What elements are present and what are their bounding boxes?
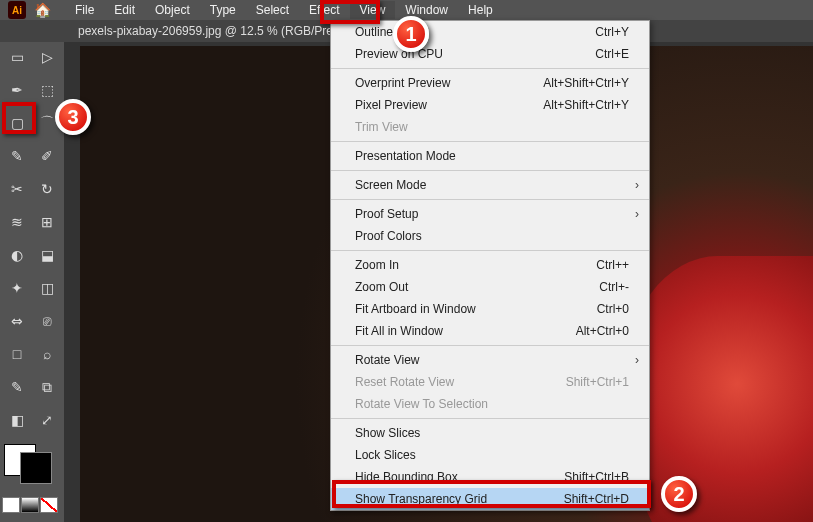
menu-view[interactable]: View [350, 1, 396, 19]
menuitem-rotate-view[interactable]: Rotate View [331, 349, 649, 371]
menuitem-lock-slices[interactable]: Lock Slices [331, 444, 649, 466]
tool-r7[interactable]: ◫ [34, 276, 60, 300]
menuitem-label: Presentation Mode [355, 149, 456, 163]
tool-l7[interactable]: ✦ [4, 276, 30, 300]
tool-r10[interactable]: ⧉ [34, 375, 60, 399]
tool-l2[interactable]: ▢ [4, 111, 30, 135]
menu-separator [331, 418, 649, 419]
view-menu: OutlineCtrl+YPreview on CPUCtrl+EOverpri… [330, 20, 650, 511]
callout-badge-3: 3 [55, 99, 91, 135]
document-tab[interactable]: pexels-pixabay-206959.jpg @ 12.5 % (RGB/… [78, 24, 361, 38]
menu-edit[interactable]: Edit [104, 1, 145, 19]
menuitem-shortcut: Shift+Ctrl+D [564, 492, 629, 506]
menuitem-screen-mode[interactable]: Screen Mode [331, 174, 649, 196]
menuitem-zoom-in[interactable]: Zoom InCtrl++ [331, 254, 649, 276]
menuitem-overprint-preview[interactable]: Overprint PreviewAlt+Shift+Ctrl+Y [331, 72, 649, 94]
menu-separator [331, 250, 649, 251]
menu-object[interactable]: Object [145, 1, 200, 19]
tool-l11[interactable]: ◧ [4, 408, 30, 432]
tool-l3[interactable]: ✎ [4, 144, 30, 168]
menuitem-label: Zoom In [355, 258, 399, 272]
menuitem-label: Proof Colors [355, 229, 422, 243]
tool-r4[interactable]: ↻ [34, 177, 60, 201]
menuitem-show-transparency-grid[interactable]: Show Transparency GridShift+Ctrl+D [331, 488, 649, 510]
menuitem-label: Proof Setup [355, 207, 418, 221]
tool-r9[interactable]: ⌕ [34, 342, 60, 366]
menuitem-label: Fit Artboard in Window [355, 302, 476, 316]
menu-separator [331, 170, 649, 171]
menu-file[interactable]: File [65, 1, 104, 19]
menu-help[interactable]: Help [458, 1, 503, 19]
menu-effect[interactable]: Effect [299, 1, 349, 19]
menuitem-label: Reset Rotate View [355, 375, 454, 389]
menu-separator [331, 199, 649, 200]
menuitem-zoom-out[interactable]: Zoom OutCtrl+- [331, 276, 649, 298]
app-icon: Ai [8, 1, 26, 19]
menuitem-pixel-preview[interactable]: Pixel PreviewAlt+Shift+Ctrl+Y [331, 94, 649, 116]
menuitem-shortcut: Shift+Ctrl+B [564, 470, 629, 484]
menuitem-label: Screen Mode [355, 178, 426, 192]
tool-r6[interactable]: ⬓ [34, 243, 60, 267]
menuitem-label: Zoom Out [355, 280, 408, 294]
menuitem-label: Outline [355, 25, 393, 39]
tool-r5[interactable]: ⊞ [34, 210, 60, 234]
tool-l6[interactable]: ◐ [4, 243, 30, 267]
menuitem-shortcut: Ctrl+E [595, 47, 629, 61]
menuitem-shortcut: Alt+Shift+Ctrl+Y [543, 76, 629, 90]
menuitem-label: Hide Bounding Box [355, 470, 458, 484]
tool-l1[interactable]: ✒ [4, 78, 30, 102]
menu-separator [331, 345, 649, 346]
tool-l5[interactable]: ≋ [4, 210, 30, 234]
menuitem-hide-bounding-box[interactable]: Hide Bounding BoxShift+Ctrl+B [331, 466, 649, 488]
menuitem-outline[interactable]: OutlineCtrl+Y [331, 21, 649, 43]
menuitem-label: Overprint Preview [355, 76, 450, 90]
menuitem-preview-on-cpu[interactable]: Preview on CPUCtrl+E [331, 43, 649, 65]
menuitem-label: Lock Slices [355, 448, 416, 462]
menuitem-reset-rotate-view: Reset Rotate ViewShift+Ctrl+1 [331, 371, 649, 393]
color-none[interactable] [40, 497, 58, 513]
menuitem-shortcut: Ctrl+0 [597, 302, 629, 316]
menuitem-proof-setup[interactable]: Proof Setup [331, 203, 649, 225]
menu-separator [331, 141, 649, 142]
menuitem-label: Preview on CPU [355, 47, 443, 61]
color-gradient[interactable] [21, 497, 39, 513]
menuitem-rotate-view-to-selection: Rotate View To Selection [331, 393, 649, 415]
callout-badge-1: 1 [393, 16, 429, 52]
menu-separator [331, 68, 649, 69]
tool-l0[interactable]: ▭ [4, 45, 30, 69]
menuitem-label: Pixel Preview [355, 98, 427, 112]
menuitem-presentation-mode[interactable]: Presentation Mode [331, 145, 649, 167]
tool-l8[interactable]: ⇔ [4, 309, 30, 333]
menuitem-shortcut: Ctrl++ [596, 258, 629, 272]
menuitem-shortcut: Ctrl+Y [595, 25, 629, 39]
tool-r11[interactable]: ⤢ [34, 408, 60, 432]
tool-r0[interactable]: ▷ [34, 45, 60, 69]
menuitem-label: Rotate View [355, 353, 419, 367]
tool-l9[interactable]: □ [4, 342, 30, 366]
menuitem-show-slices[interactable]: Show Slices [331, 422, 649, 444]
home-icon[interactable]: 🏠 [34, 2, 51, 18]
tool-r8[interactable]: ⎚ [34, 309, 60, 333]
tool-l4[interactable]: ✂ [4, 177, 30, 201]
menuitem-shortcut: Alt+Shift+Ctrl+Y [543, 98, 629, 112]
callout-badge-2: 2 [661, 476, 697, 512]
menuitem-shortcut: Shift+Ctrl+1 [566, 375, 629, 389]
fill-stroke-swatch[interactable] [2, 440, 60, 488]
tool-r1[interactable]: ⬚ [34, 78, 60, 102]
menu-select[interactable]: Select [246, 1, 299, 19]
menuitem-fit-all-in-window[interactable]: Fit All in WindowAlt+Ctrl+0 [331, 320, 649, 342]
stroke-swatch[interactable] [20, 452, 52, 484]
menu-type[interactable]: Type [200, 1, 246, 19]
menuitem-label: Show Transparency Grid [355, 492, 487, 506]
color-mode-row [2, 497, 60, 520]
tool-l10[interactable]: ✎ [4, 375, 30, 399]
tool-r3[interactable]: ✐ [34, 144, 60, 168]
menuitem-proof-colors[interactable]: Proof Colors [331, 225, 649, 247]
apple-subject [623, 256, 813, 522]
menuitem-trim-view: Trim View [331, 116, 649, 138]
color-solid[interactable] [2, 497, 20, 513]
menuitem-label: Fit All in Window [355, 324, 443, 338]
menuitem-shortcut: Ctrl+- [599, 280, 629, 294]
menuitem-label: Show Slices [355, 426, 420, 440]
menuitem-fit-artboard-in-window[interactable]: Fit Artboard in WindowCtrl+0 [331, 298, 649, 320]
